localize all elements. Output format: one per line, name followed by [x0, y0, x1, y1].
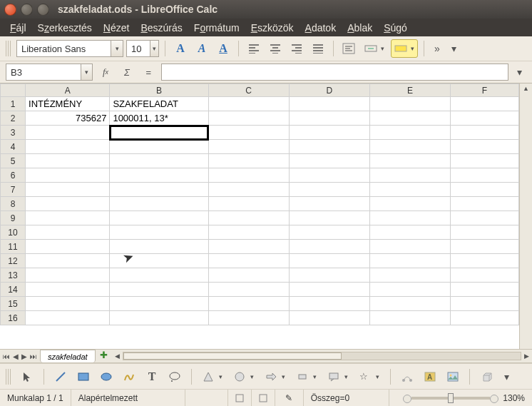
column-header-D[interactable]: D — [289, 84, 369, 97]
italic-button[interactable]: A — [193, 39, 211, 58]
cell-E10[interactable] — [369, 225, 450, 240]
cell-A12[interactable] — [26, 254, 110, 268]
status-language[interactable] — [185, 390, 228, 406]
line-tool-button[interactable] — [51, 367, 70, 386]
row-header-5[interactable]: 5 — [1, 154, 26, 168]
cell-E3[interactable] — [369, 126, 450, 140]
status-page-style[interactable]: Alapértelmezett — [71, 390, 185, 406]
cell-F9[interactable] — [451, 211, 519, 225]
formula-input[interactable] — [161, 64, 508, 81]
chevron-down-icon[interactable]: ▾ — [111, 40, 123, 57]
scroll-right-icon[interactable]: ▶ — [524, 351, 529, 361]
cell-B5[interactable] — [110, 154, 208, 168]
row-header-4[interactable]: 4 — [1, 140, 26, 154]
sum-button[interactable]: Σ — [118, 64, 135, 81]
cell-reference-input[interactable] — [6, 64, 81, 81]
cell-F15[interactable] — [451, 297, 519, 311]
text-tool-button[interactable]: T — [143, 367, 161, 386]
cell-B15[interactable] — [110, 297, 208, 311]
cell-E14[interactable] — [369, 283, 450, 297]
cell-F2[interactable] — [451, 111, 519, 126]
cell-C9[interactable] — [208, 211, 289, 225]
cell-E7[interactable] — [369, 183, 450, 197]
row-header-11[interactable]: 11 — [1, 240, 26, 254]
cell-A10[interactable] — [26, 225, 110, 240]
row-header-2[interactable]: 2 — [1, 111, 26, 126]
cell-E2[interactable] — [369, 111, 450, 126]
cell-C11[interactable] — [208, 240, 289, 254]
cell-F13[interactable] — [451, 268, 519, 283]
cell-E16[interactable] — [369, 311, 450, 325]
column-header-A[interactable]: A — [26, 84, 110, 97]
menu-window[interactable]: Ablak — [343, 21, 377, 35]
window-maximize-button[interactable] — [37, 4, 49, 16]
cell-A15[interactable] — [26, 297, 110, 311]
bold-button[interactable]: A — [171, 39, 190, 58]
status-selection-mode[interactable] — [252, 390, 275, 406]
cell-A16[interactable] — [26, 311, 110, 325]
select-all-corner[interactable] — [1, 84, 26, 97]
scroll-left-icon[interactable]: ◀ — [115, 351, 120, 361]
cell-F12[interactable] — [451, 254, 519, 268]
zoom-slider-knob[interactable] — [448, 393, 454, 403]
column-header-B[interactable]: B — [110, 84, 208, 97]
cell-B4[interactable] — [110, 140, 208, 154]
tab-next-icon[interactable]: ▶ — [21, 352, 27, 360]
cell-B11[interactable] — [110, 240, 208, 254]
cell-A11[interactable] — [26, 240, 110, 254]
cell-E1[interactable] — [369, 97, 450, 111]
cell-E13[interactable] — [369, 268, 450, 283]
menu-data[interactable]: Adatok — [301, 21, 341, 35]
cell-D15[interactable] — [289, 297, 369, 311]
column-header-C[interactable]: C — [208, 84, 289, 97]
row-header-7[interactable]: 7 — [1, 183, 26, 197]
row-header-1[interactable]: 1 — [1, 97, 26, 111]
ellipse-tool-button[interactable] — [97, 367, 116, 386]
cell-B3[interactable] — [110, 126, 208, 140]
function-wizard-button[interactable]: fx — [97, 64, 114, 81]
sheet-tab[interactable]: szakfeladat — [40, 350, 96, 362]
scroll-up-icon[interactable]: ▲ — [520, 83, 532, 93]
cell-D8[interactable] — [289, 197, 369, 211]
cell-B8[interactable] — [110, 197, 208, 211]
cell-A4[interactable] — [26, 140, 110, 154]
cell-B9[interactable] — [110, 211, 208, 225]
status-sum[interactable]: Összeg=0 — [304, 390, 389, 406]
cell-F7[interactable] — [451, 183, 519, 197]
status-insert-mode[interactable] — [228, 390, 252, 406]
flowchart-shapes-button[interactable] — [293, 367, 320, 386]
cell-D14[interactable] — [289, 283, 369, 297]
row-header-10[interactable]: 10 — [1, 225, 26, 240]
cell-B12[interactable] — [110, 254, 208, 268]
cell-C6[interactable] — [208, 168, 289, 183]
toolbar-menu-icon[interactable]: ▾ — [500, 371, 513, 382]
cell-E6[interactable] — [369, 168, 450, 183]
cell-F16[interactable] — [451, 311, 519, 325]
cell-C8[interactable] — [208, 197, 289, 211]
freeform-tool-button[interactable] — [120, 367, 138, 386]
callout-shapes-button[interactable] — [324, 367, 352, 386]
cell-A1[interactable]: INTÉZMÉNY — [26, 97, 110, 111]
tab-last-icon[interactable]: ⏭ — [30, 352, 37, 360]
cell-D9[interactable] — [289, 211, 369, 225]
cell-C10[interactable] — [208, 225, 289, 240]
symbol-shapes-button[interactable] — [230, 367, 257, 386]
select-tool-button[interactable] — [18, 367, 36, 386]
cell-F11[interactable] — [451, 240, 519, 254]
cell-F8[interactable] — [451, 197, 519, 211]
align-right-button[interactable] — [287, 39, 306, 58]
cell-B13[interactable] — [110, 268, 208, 283]
cell-F6[interactable] — [451, 168, 519, 183]
merge-cells-button[interactable] — [361, 39, 388, 58]
tab-prev-icon[interactable]: ◀ — [13, 352, 19, 360]
cell-E15[interactable] — [369, 297, 450, 311]
row-header-12[interactable]: 12 — [1, 254, 26, 268]
cell-C14[interactable] — [208, 283, 289, 297]
cell-D11[interactable] — [289, 240, 369, 254]
font-size-combo[interactable]: ▾ — [126, 40, 159, 57]
cell-E8[interactable] — [369, 197, 450, 211]
zoom-slider[interactable] — [411, 397, 490, 400]
tab-first-icon[interactable]: ⏮ — [3, 352, 10, 360]
window-close-button[interactable] — [4, 4, 16, 16]
cell-D13[interactable] — [289, 268, 369, 283]
